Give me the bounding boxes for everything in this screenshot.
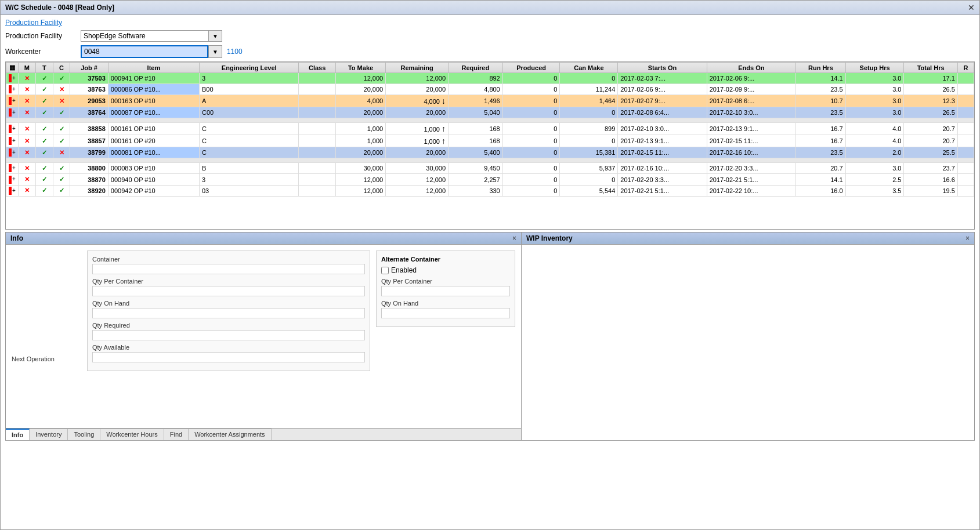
table-row[interactable]: +✕✓✓37503000941 OP #10312,00012,00089200… — [6, 73, 974, 84]
col-class — [299, 107, 335, 118]
col-header-job[interactable]: Job # — [70, 63, 108, 73]
workcenter-input[interactable] — [81, 45, 208, 58]
col-header-tomake[interactable]: To Make — [335, 63, 385, 73]
tab-workcenter-assignments[interactable]: Workcenter Assignments — [189, 429, 271, 440]
col-header-ends[interactable]: Ends On — [707, 63, 795, 73]
production-facility-select[interactable]: ShopEdge Software — [81, 30, 208, 42]
col-r — [957, 107, 974, 118]
enabled-checkbox[interactable] — [381, 267, 389, 274]
workcenter-select-wrapper: ▼ — [81, 45, 222, 58]
col-m: ✕ — [18, 147, 35, 158]
schedule-table-body: +✕✓✓37503000941 OP #10312,00012,00089200… — [6, 73, 974, 197]
info-panel-close-button[interactable]: × — [512, 234, 516, 242]
col-class — [299, 73, 335, 84]
col-header-c[interactable]: C — [53, 63, 70, 73]
production-facility-label: Production Facility — [5, 32, 81, 40]
col-header-remaining[interactable]: Remaining — [386, 63, 449, 73]
row-indicator: + — [6, 185, 19, 196]
col-runhrs: 16.7 — [796, 123, 846, 135]
table-row[interactable] — [6, 118, 974, 123]
col-header-eng[interactable]: Engineering Level — [199, 63, 299, 73]
col-totalhrs: 16.6 — [904, 174, 957, 185]
col-header-canmake[interactable]: Can Make — [560, 63, 618, 73]
tab-tooling[interactable]: Tooling — [68, 429, 100, 440]
qty-per-container-label: Qty Per Container — [92, 278, 365, 285]
col-job: 38764 — [70, 107, 108, 118]
col-m: ✕ — [18, 107, 35, 118]
production-facility-dropdown-button[interactable]: ▼ — [208, 30, 222, 42]
tab-workcenter-hours[interactable]: Workcenter Hours — [100, 429, 164, 440]
col-job: 38800 — [70, 163, 108, 174]
col-eng: C — [199, 123, 299, 135]
col-totalhrs: 25.5 — [904, 147, 957, 158]
col-m: ✕ — [18, 163, 35, 174]
qty-available-value — [92, 352, 365, 362]
tab-info[interactable]: Info — [6, 429, 30, 440]
alt-qty-per-container-value — [381, 286, 510, 296]
table-row[interactable]: +✕✓✓38870000940 OP #10312,00012,0002,257… — [6, 174, 974, 185]
col-item: 000083 OP #10 — [108, 163, 199, 174]
col-job: 38920 — [70, 185, 108, 196]
col-tomake: 1,000 — [335, 123, 385, 135]
col-header-icon[interactable]: ▦ — [6, 63, 19, 73]
col-c: ✕ — [53, 84, 70, 95]
table-row[interactable]: +✕✓✓38764000087 OP #10...C0020,00020,000… — [6, 107, 974, 118]
col-produced: 0 — [502, 84, 560, 95]
col-item: 000161 OP #20 — [108, 135, 199, 147]
col-required: 9,450 — [449, 163, 503, 174]
production-facility-link[interactable]: Production Facility — [5, 19, 975, 27]
col-job: 38870 — [70, 174, 108, 185]
table-row[interactable]: +✕✓✕38799000081 OP #10...C20,00020,0005,… — [6, 147, 974, 158]
table-icon[interactable]: ▦ — [9, 64, 15, 71]
table-row[interactable]: +✕✓✓38800000083 OP #10B30,00030,0009,450… — [6, 163, 974, 174]
col-t: ✓ — [35, 123, 53, 135]
col-produced: 0 — [502, 135, 560, 147]
col-required: 1,496 — [449, 95, 503, 107]
col-item: 000942 OP #10 — [108, 185, 199, 196]
col-header-runhrs[interactable]: Run Hrs — [796, 63, 846, 73]
separator-cell — [6, 158, 974, 163]
qty-required-label: Qty Required — [92, 322, 365, 329]
col-r — [957, 163, 974, 174]
col-r — [957, 84, 974, 95]
schedule-table-container[interactable]: ▦ M T C Job # Item Engineering Level Cla… — [5, 61, 975, 230]
col-header-class[interactable]: Class — [299, 63, 335, 73]
alt-qty-per-container-label: Qty Per Container — [381, 278, 510, 285]
col-eng: 3 — [199, 174, 299, 185]
col-header-setuphrs[interactable]: Setup Hrs — [845, 63, 904, 73]
table-row[interactable] — [6, 158, 974, 163]
col-canmake: 0 — [560, 107, 618, 118]
col-header-r[interactable]: R — [957, 63, 974, 73]
col-header-starts[interactable]: Starts On — [618, 63, 707, 73]
tab-find[interactable]: Find — [164, 429, 189, 440]
table-row[interactable]: +✕✓✕38763000086 OP #10...B0020,00020,000… — [6, 84, 974, 95]
col-header-required[interactable]: Required — [449, 63, 503, 73]
table-row[interactable]: +✕✓✓38920000942 OP #100312,00012,0003300… — [6, 185, 974, 196]
row-indicator: + — [6, 107, 19, 118]
alt-container-title: Alternate Container — [381, 256, 510, 263]
col-canmake: 5,937 — [560, 163, 618, 174]
col-header-t[interactable]: T — [35, 63, 53, 73]
col-starts: 2017-02-15 11:... — [618, 147, 707, 158]
col-remaining: 20,000 — [386, 107, 449, 118]
window-close-button[interactable]: ✕ — [968, 3, 975, 12]
col-tomake: 12,000 — [335, 174, 385, 185]
schedule-table: ▦ M T C Job # Item Engineering Level Cla… — [6, 62, 974, 197]
col-eng: A — [199, 95, 299, 107]
col-m: ✕ — [18, 95, 35, 107]
tab-inventory[interactable]: Inventory — [30, 429, 68, 440]
window-title: W/C Schedule - 0048 [Read Only] — [5, 3, 114, 12]
table-row[interactable]: +✕✓✓38857000161 OP #20C1,0001,000 ↑16800… — [6, 135, 974, 147]
col-header-produced[interactable]: Produced — [502, 63, 560, 73]
col-header-item[interactable]: Item — [108, 63, 199, 73]
table-row[interactable]: +✕✓✓38858000161 OP #10C1,0001,000 ↑16808… — [6, 123, 974, 135]
col-setuphrs: 3.0 — [845, 95, 904, 107]
col-totalhrs: 26.5 — [904, 84, 957, 95]
wip-panel-close-button[interactable]: × — [965, 234, 970, 242]
col-totalhrs: 17.1 — [904, 73, 957, 84]
col-header-m[interactable]: M — [18, 63, 35, 73]
col-header-totalhrs[interactable]: Total Hrs — [904, 63, 957, 73]
workcenter-dropdown-button[interactable]: ▼ — [208, 45, 222, 58]
table-row[interactable]: +✕✓✕29053000163 OP #10A4,0004,000 ↓1,496… — [6, 95, 974, 107]
col-remaining: 20,000 — [386, 147, 449, 158]
